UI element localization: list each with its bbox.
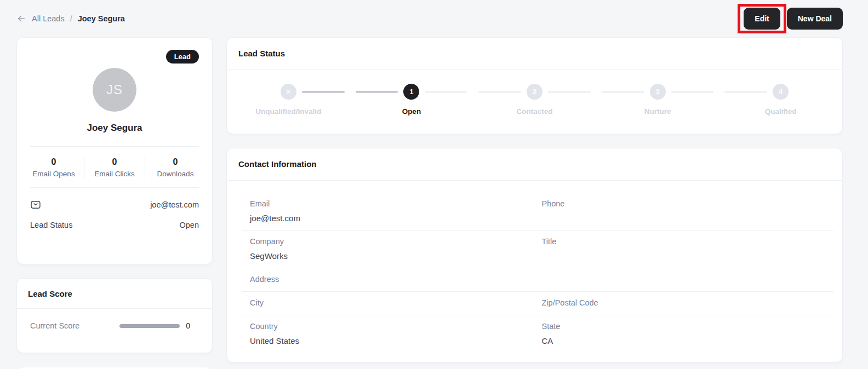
back-arrow-icon[interactable] <box>16 14 26 24</box>
engagement-stats: 0 Email Opens 0 Email Clicks 0 Downloads <box>17 147 212 187</box>
lead-status-label: Lead Status <box>30 221 72 229</box>
step-connector <box>794 91 837 93</box>
step-connector <box>724 91 767 93</box>
field-email: Email joe@test.com <box>250 198 542 224</box>
step-circle-2: 2 <box>527 84 542 100</box>
lead-status-title: Lead Status <box>238 49 285 58</box>
field-value: SegWorks <box>250 250 542 262</box>
field-city: City <box>250 297 542 309</box>
avatar: JS <box>93 68 136 112</box>
edit-button[interactable]: Edit <box>744 8 780 30</box>
breadcrumb-current: Joey Segura <box>78 14 125 23</box>
field-company: Company SegWorks <box>250 236 542 262</box>
step-circle-4: 4 <box>773 84 789 100</box>
step-connector <box>425 91 467 93</box>
step-contacted[interactable]: 2 Contacted <box>473 84 596 116</box>
edit-button-wrap: Edit <box>744 8 780 30</box>
breadcrumb-all-leads[interactable]: All Leads <box>32 14 65 23</box>
field-zip: Zip/Postal Code <box>542 297 834 309</box>
step-connector <box>478 91 521 93</box>
lead-profile-card: Lead JS Joey Segura 0 Email Opens 0 Emai… <box>16 37 213 264</box>
field-label: City <box>250 297 542 309</box>
field-label: Zip/Postal Code <box>542 297 834 309</box>
stat-value: 0 <box>26 157 82 167</box>
step-connector <box>671 91 714 93</box>
field-value: CA <box>542 335 834 347</box>
lead-score-header: Lead Score <box>17 279 212 308</box>
stat-email-opens: 0 Email Opens <box>24 156 84 179</box>
stat-label: Email Opens <box>26 170 82 178</box>
email-row: joe@test.com <box>30 199 199 210</box>
stat-value: 0 <box>87 157 142 167</box>
contact-info-title: Contact Information <box>238 159 317 169</box>
contact-information-card: Contact Information Email joe@test.com P… <box>226 148 843 362</box>
step-connector <box>232 91 275 93</box>
contact-row-country-state: Country United States State CA <box>242 315 833 353</box>
breadcrumb: All Leads / Joey Segura <box>16 14 125 24</box>
lead-detail-page: All Leads / Joey Segura Edit New Deal Le… <box>0 0 868 369</box>
step-qualified[interactable]: 4 Qualified <box>719 84 842 116</box>
step-label: Open <box>402 107 421 116</box>
stat-label: Email Clicks <box>87 170 142 178</box>
avatar-initials: JS <box>106 82 123 97</box>
score-value: 0 <box>186 321 190 330</box>
step-label: Qualified <box>765 107 797 116</box>
field-value: joe@test.com <box>250 212 542 224</box>
lead-status-value: Open <box>180 221 199 229</box>
lead-email: joe@test.com <box>150 200 199 209</box>
field-label: Country <box>250 321 542 332</box>
step-open[interactable]: 1 Open <box>350 84 473 116</box>
step-label: Nurture <box>644 107 671 116</box>
lead-score-card: Lead Score Current Score 0 <box>16 278 213 353</box>
step-unqualified-invalid[interactable]: ✕ Unqualified/Invalid <box>227 84 350 116</box>
field-label: Company <box>250 236 542 247</box>
current-score-row: Current Score 0 <box>17 309 212 343</box>
field-country: Country United States <box>250 321 542 347</box>
contact-row-company-title: Company SegWorks Title <box>242 230 833 268</box>
field-label: State <box>542 321 834 332</box>
divider <box>30 187 199 188</box>
lead-status-card: Lead Status ✕ Unqualified/Invalid <box>226 37 843 134</box>
stat-value: 0 <box>147 157 203 167</box>
mail-icon <box>30 199 41 210</box>
step-label: Unqualified/Invalid <box>255 107 321 116</box>
stat-email-clicks: 0 Email Clicks <box>84 156 145 179</box>
step-connector <box>548 91 591 93</box>
step-label: Contacted <box>516 107 552 116</box>
stat-downloads: 0 Downloads <box>145 156 205 179</box>
page-header: All Leads / Joey Segura Edit New Deal <box>16 0 843 37</box>
lead-name: Joey Segura <box>17 123 212 134</box>
step-connector <box>602 91 644 93</box>
lead-status-header: Lead Status <box>227 38 842 70</box>
score-progress-bar <box>119 324 180 328</box>
field-value: United States <box>250 335 542 347</box>
left-column: Lead JS Joey Segura 0 Email Opens 0 Emai… <box>16 37 213 369</box>
lead-type-badge: Lead <box>166 50 199 64</box>
field-phone: Phone <box>542 198 834 210</box>
field-state: State CA <box>542 321 834 347</box>
contact-row-email-phone: Email joe@test.com Phone <box>242 193 833 230</box>
step-nurture[interactable]: 3 Nurture <box>596 84 719 116</box>
content-columns: Lead JS Joey Segura 0 Email Opens 0 Emai… <box>16 37 843 369</box>
step-circle-x: ✕ <box>281 84 296 100</box>
step-circle-3: 3 <box>650 84 666 100</box>
field-label: Phone <box>542 198 834 210</box>
profile-summary-rows: joe@test.com Lead Status Open <box>17 199 212 229</box>
new-deal-button[interactable]: New Deal <box>787 8 843 30</box>
lead-status-stepper: ✕ Unqualified/Invalid 1 Open <box>227 70 842 116</box>
field-title: Title <box>542 236 834 247</box>
cutoff-card <box>16 367 213 369</box>
step-connector <box>302 91 345 93</box>
contact-info-body: Email joe@test.com Phone Company SegWork… <box>227 181 842 353</box>
right-column: Lead Status ✕ Unqualified/Invalid <box>226 37 843 362</box>
badge-row: Lead <box>17 38 212 64</box>
current-score-label: Current Score <box>30 321 119 330</box>
field-label: Email <box>250 198 542 210</box>
field-address: Address <box>250 274 833 285</box>
step-circle-1: 1 <box>403 84 419 100</box>
lead-score-title: Lead Score <box>28 289 72 298</box>
stat-label: Downloads <box>147 170 203 178</box>
contact-info-header: Contact Information <box>227 148 842 180</box>
breadcrumb-separator: / <box>70 14 72 23</box>
contact-row-city-zip: City Zip/Postal Code <box>242 292 833 315</box>
